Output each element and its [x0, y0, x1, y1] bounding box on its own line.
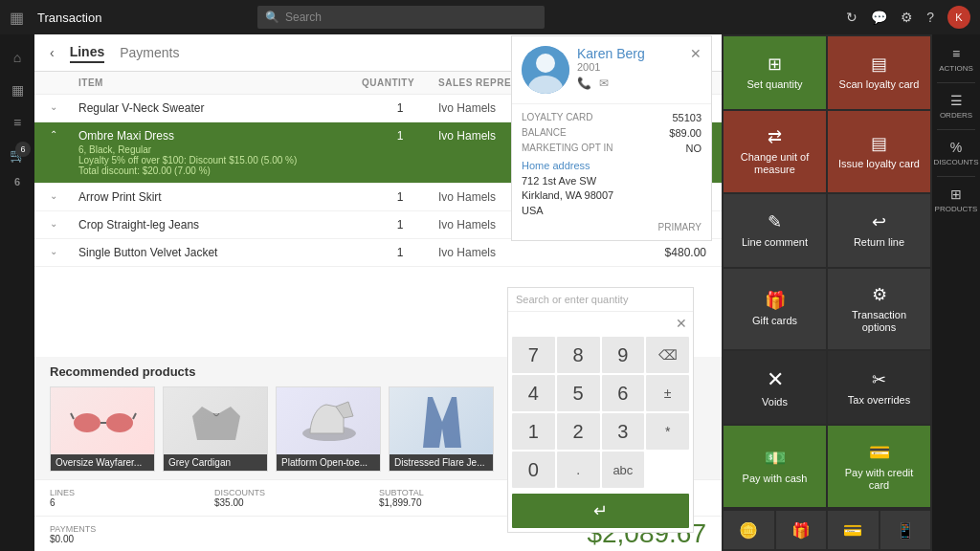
numpad-enter-button[interactable]: ↵ [512, 494, 689, 528]
row-item-name: Regular V-Neck Sweater [78, 101, 362, 115]
table-row[interactable]: ⌄ Single Button Velvet Jacket 1 Ivo Hame… [34, 239, 722, 267]
numpad-key-4[interactable]: 4 [512, 375, 555, 411]
line-comment-label: Line comment [742, 236, 808, 249]
tab-payments[interactable]: Payments [120, 43, 179, 62]
numpad-key-1[interactable]: 1 [512, 413, 555, 450]
row-chevron: ⌄ [50, 246, 78, 256]
bottom-icon-2-icon: 🎁 [791, 521, 811, 540]
numpad-decimal[interactable]: . [557, 452, 600, 488]
pay-cash-icon: 💵 [765, 448, 786, 469]
sidebar-item-products[interactable]: ▦ [2, 75, 33, 105]
tab-lines[interactable]: Lines [70, 42, 105, 63]
tax-overrides-button[interactable]: ✂ Tax overrides [828, 351, 930, 424]
balance-row: BALANCE $89.00 [522, 127, 702, 139]
change-uom-button[interactable]: ⇄ Change unit of measure [724, 111, 826, 192]
customer-contacts: 📞 ✉ [577, 77, 682, 90]
numpad-key-9[interactable]: 9 [602, 337, 645, 373]
customer-panel: Karen Berg 2001 📞 ✉ ✕ LOYALTY CARD 55103… [511, 35, 712, 241]
gift-cards-button[interactable]: 🎁 Gift cards [724, 269, 826, 350]
search-icon: 🔍 [265, 11, 279, 24]
top-bar-icons: ↻ 💬 ⚙ ? K [846, 6, 970, 29]
bottom-icon-4-icon: 📱 [896, 521, 915, 540]
tax-overrides-icon: ✂ [872, 369, 886, 390]
numpad-key-7[interactable]: 7 [512, 337, 555, 373]
return-line-icon: ↩ [872, 211, 886, 232]
pay-cash-button[interactable]: 💵 Pay with cash [724, 426, 826, 507]
customer-name: Karen Berg [577, 46, 682, 61]
numpad-abc[interactable]: abc [602, 452, 645, 488]
product-label: Grey Cardigan [164, 454, 267, 471]
user-avatar[interactable]: K [947, 6, 970, 29]
transaction-options-label: Transaction options [835, 309, 923, 334]
numpad-key-5[interactable]: 5 [557, 375, 600, 411]
bottom-icon-3[interactable]: 💳 [828, 511, 879, 549]
phone-icon[interactable]: 📞 [577, 77, 591, 90]
loyalty-value: 55103 [672, 112, 702, 123]
sidebar-item-menu[interactable]: ≡ [2, 107, 33, 138]
action-grid: ⊞ Set quantity ▤ Scan loyalty card ⇄ Cha… [722, 34, 932, 509]
numpad-key-0[interactable]: 0 [512, 452, 555, 488]
numpad-close-row: ✕ [508, 312, 693, 333]
discounts-label: DISCOUNTS [933, 158, 978, 166]
email-icon[interactable]: ✉ [599, 77, 609, 90]
customer-id: 2001 [577, 61, 682, 73]
primary-badge: PRIMARY [522, 222, 702, 232]
return-line-button[interactable]: ↩ Return line [828, 194, 930, 267]
product-card[interactable]: Grey Cardigan [163, 386, 268, 472]
search-placeholder: Search [285, 11, 322, 24]
back-button[interactable]: ‹ [50, 45, 55, 60]
row-chevron: ⌄ [50, 101, 78, 112]
bottom-icon-1[interactable]: 🪙 [724, 511, 774, 549]
transaction-options-button[interactable]: ⚙ Transaction options [828, 269, 930, 350]
set-quantity-button[interactable]: ⊞ Set quantity [724, 36, 826, 109]
numpad-key-8[interactable]: 8 [557, 337, 600, 373]
help-icon[interactable]: ? [926, 10, 934, 25]
balance-value: $89.00 [669, 127, 702, 139]
set-quantity-label: Set quantity [746, 78, 802, 91]
customer-details: LOYALTY CARD 55103 BALANCE $89.00 MARKET… [512, 104, 711, 240]
numpad-key-6[interactable]: 6 [602, 375, 645, 411]
voids-label: Voids [762, 396, 788, 408]
actions-icon: ≡ [952, 46, 960, 61]
pay-credit-button[interactable]: 💳 Pay with credit card [828, 426, 930, 507]
product-image [51, 387, 155, 454]
sidebar-discounts[interactable]: % DISCOUNTS [932, 132, 980, 174]
sidebar-item-cart[interactable]: 🛒 6 [2, 140, 33, 170]
bottom-icon-4[interactable]: 📱 [880, 511, 931, 549]
sidebar-orders[interactable]: ☰ ORDERS [932, 85, 980, 127]
svg-point-7 [536, 54, 555, 73]
numpad-backspace[interactable]: ⌫ [646, 337, 689, 373]
numpad-key-3[interactable]: 3 [602, 413, 645, 450]
app-title: Transaction [37, 11, 101, 25]
product-label: Distressed Flare Je... [390, 454, 493, 471]
chat-icon[interactable]: 💬 [871, 10, 887, 25]
sidebar-actions[interactable]: ≡ ACTIONS [932, 38, 980, 80]
product-card[interactable]: Distressed Flare Je... [389, 386, 494, 472]
numpad-close-button[interactable]: ✕ [676, 316, 687, 331]
settings-icon[interactable]: ⚙ [901, 10, 913, 25]
line-comment-button[interactable]: ✎ Line comment [724, 194, 826, 267]
row-chevron: ⌄ [50, 190, 78, 201]
sidebar-item-home[interactable]: ⌂ [2, 42, 33, 73]
address-label[interactable]: Home address [522, 160, 702, 171]
issue-loyalty-button[interactable]: ▤ Issue loyalty card [828, 111, 930, 192]
product-card[interactable]: Oversize Wayfarer... [50, 386, 155, 472]
numpad-plusminus[interactable]: ± [646, 375, 689, 411]
numpad-key-2[interactable]: 2 [557, 413, 600, 450]
pay-credit-label: Pay with credit card [835, 467, 923, 492]
row-chevron: ⌄ [50, 218, 78, 229]
refresh-icon[interactable]: ↻ [846, 10, 858, 25]
svg-line-3 [71, 413, 74, 419]
voids-button[interactable]: ✕ Voids [724, 351, 826, 424]
scan-loyalty-button[interactable]: ▤ Scan loyalty card [828, 36, 930, 109]
gift-cards-icon: 🎁 [765, 290, 786, 311]
bottom-icon-1-icon: 🪙 [739, 521, 758, 540]
sidebar-products[interactable]: ⊞ PRODUCTS [932, 179, 980, 221]
app-body: ⌂ ▦ ≡ 🛒 6 6 ‹ Lines Payments ITEM QUANTI… [0, 34, 980, 551]
set-quantity-icon: ⊞ [768, 54, 782, 75]
customer-panel-close[interactable]: ✕ [690, 46, 702, 61]
product-card[interactable]: Platform Open-toe... [276, 386, 381, 472]
bottom-icon-2[interactable]: 🎁 [776, 511, 827, 549]
numpad-multiply[interactable]: * [646, 413, 689, 450]
search-box[interactable]: 🔍 Search [257, 6, 545, 29]
